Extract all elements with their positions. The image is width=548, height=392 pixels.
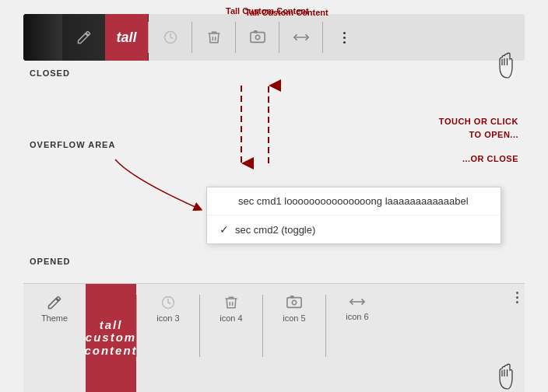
opened-label: OPENED: [30, 257, 70, 266]
closed-label: CLOSED: [30, 68, 70, 78]
overflow-item-2-label: sec cmd2 (toggle): [235, 224, 315, 236]
more-icon-closed[interactable]: [334, 26, 356, 48]
opened-toolbar: Theme tallcustomcontent icon 3 icon 4: [23, 283, 525, 392]
clock-slot[interactable]: [149, 14, 191, 61]
svg-rect-4: [250, 33, 264, 43]
closed-toolbar: tall: [23, 14, 525, 61]
touch-or-click-label: TOUCH OR CLICK TO OPEN...: [439, 115, 518, 141]
hand-cursor-closed: [494, 48, 522, 79]
tall-custom-content-label: Tall Custom Content: [245, 8, 328, 17]
icon6-label: icon 6: [346, 312, 368, 321]
camera-slot[interactable]: [236, 14, 279, 61]
icon3-label: icon 3: [156, 313, 179, 323]
svg-point-17: [292, 300, 296, 304]
dashed-arrows: [210, 78, 304, 179]
check-empty-1: [220, 195, 232, 207]
theme-label: Theme: [41, 313, 68, 323]
tall-custom-slot[interactable]: tallcustomcontent: [86, 284, 136, 392]
icon4-label: icon 4: [220, 313, 242, 323]
trash-slot[interactable]: [192, 14, 235, 61]
tall-custom-text: tallcustomcontent: [84, 292, 137, 384]
svg-rect-16: [287, 298, 301, 308]
arrows-slot[interactable]: [279, 14, 322, 61]
icon5-slot[interactable]: icon 5: [263, 284, 325, 392]
svg-rect-6: [254, 31, 257, 33]
more-button-opened[interactable]: [516, 292, 518, 303]
pencil-slot[interactable]: [62, 14, 105, 61]
icon5-label: icon 5: [283, 313, 305, 323]
hand-cursor-opened: [494, 359, 522, 390]
overflow-item-2[interactable]: ✓ sec cmd2 (toggle): [207, 215, 501, 243]
overflow-item-1[interactable]: sec cmd1 looooooooooooooong laaaaaaaaaaa…: [207, 187, 501, 215]
overflow-area-label: OVERFLOW AREA: [30, 140, 115, 149]
toolbar-dark-bg: [23, 14, 62, 61]
svg-rect-18: [290, 296, 293, 298]
more-button-closed[interactable]: [323, 14, 366, 61]
overflow-item-1-label: sec cmd1 looooooooooooooong laaaaaaaaaaa…: [238, 195, 469, 207]
icon3-slot[interactable]: icon 3: [137, 284, 199, 392]
or-close-label: ...OR CLOSE: [462, 154, 518, 163]
icon6-slot[interactable]: icon 6: [326, 284, 388, 392]
svg-point-5: [255, 35, 259, 39]
overflow-menu: sec cmd1 looooooooooooooong laaaaaaaaaaa…: [206, 187, 501, 244]
check-mark-2: ✓: [220, 223, 229, 236]
theme-slot[interactable]: Theme: [23, 284, 86, 392]
toolbar-opened-right: icon 3 icon 4 icon 5: [136, 284, 525, 392]
tall-button-closed[interactable]: tall: [105, 14, 148, 61]
icon4-slot[interactable]: icon 4: [200, 284, 262, 392]
toolbar-right-section: [149, 14, 525, 61]
